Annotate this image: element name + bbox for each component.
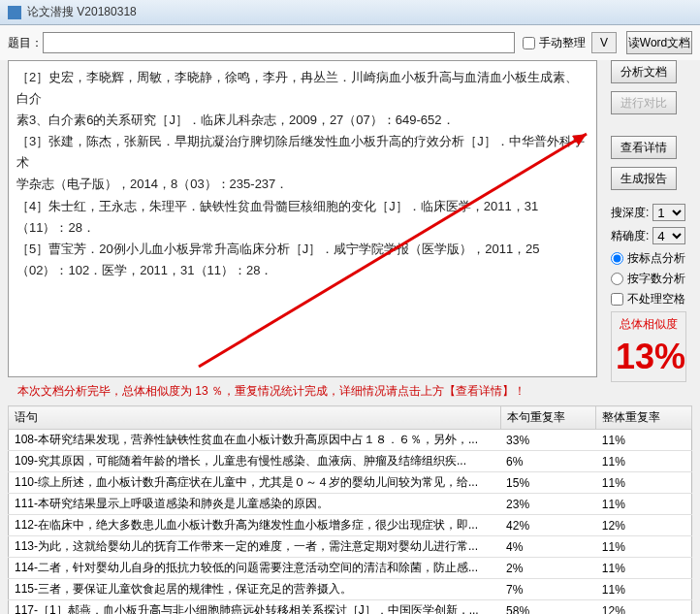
nospace-label: 不处理空格 (627, 291, 685, 307)
titlebar: 论文潜搜 V20180318 (0, 0, 700, 25)
result-textbox[interactable]: ［2］史宏，李晓辉，周敏，李晓静，徐鸣，李丹，冉丛兰．川崎病血小板升高与血清血小… (8, 60, 597, 377)
table-row[interactable]: 117-［1］郝燕．血小板升高与非小细胞肺癌远处转移相关系探讨［J］．中国医学创… (9, 600, 692, 615)
table-row[interactable]: 114-二者，针对婴幼儿自身的抵抗力较低的问题需要注意活动空间的清洁和除菌，防止… (9, 558, 692, 579)
similarity-box: 总体相似度 13% (611, 311, 686, 382)
punct-label: 按标点分析 (627, 250, 685, 267)
depth-select[interactable]: 1 (652, 204, 685, 221)
status-line: 本次文档分析完毕，总体相似度为 13 ％，重复情况统计完成，详细情况请点击上方【… (8, 377, 605, 405)
table-row[interactable]: 112-在临床中，绝大多数患儿血小板计数升高为继发性血小板增多症，很少出现症状，… (9, 515, 692, 536)
analyze-button[interactable]: 分析文档 (611, 60, 677, 83)
similarity-label: 总体相似度 (616, 316, 682, 333)
col-overall-rate[interactable]: 整体重复率 (596, 406, 692, 430)
v-button[interactable]: V (591, 32, 617, 53)
title-label: 题目： (8, 35, 43, 51)
accuracy-select[interactable]: 4 (652, 227, 685, 244)
nospace-checkbox[interactable] (611, 293, 623, 306)
charcount-radio[interactable] (611, 273, 623, 285)
app-title: 论文潜搜 V20180318 (27, 4, 137, 20)
col-sentence[interactable]: 语句 (9, 406, 501, 430)
right-panel: 分析文档 进行对比 查看详情 生成报告 搜深度: 1 精确度: 4 按标点分析 … (611, 60, 692, 405)
table-row[interactable]: 115-三者，要保证儿童饮食起居的规律性，保证充足的营养摄入。7%11% (9, 579, 692, 600)
punct-radio[interactable] (611, 252, 623, 265)
table-row[interactable]: 108-本研究结果发现，营养性缺铁性贫血在血小板计数升高原因中占１８．６％，另外… (9, 430, 692, 451)
top-row: 题目： 手动整理 V 读Word文档 (0, 25, 700, 60)
details-button[interactable]: 查看详情 (611, 136, 677, 159)
results-table[interactable]: 语句 本句重复率 整体重复率 108-本研究结果发现，营养性缺铁性贫血在血小板计… (8, 405, 692, 614)
textbox-line: ［2］史宏，李晓辉，周敏，李晓静，徐鸣，李丹，冉丛兰．川崎病血小板升高与血清血小… (16, 67, 589, 110)
table-row[interactable]: 110-综上所述，血小板计数升高症状在儿童中，尤其是０～４岁的婴幼儿间较为常见，… (9, 472, 692, 494)
table-row[interactable]: 111-本研究结果显示上呼吸道感染和肺炎是儿童感染的原因。23%11% (9, 494, 692, 515)
similarity-value: 13% (616, 337, 682, 377)
col-sentence-rate[interactable]: 本句重复率 (500, 406, 596, 430)
title-input[interactable] (43, 32, 515, 53)
accuracy-label: 精确度: (611, 228, 649, 244)
svg-line-0 (199, 134, 587, 367)
charcount-label: 按字数分析 (627, 271, 685, 287)
compare-button: 进行对比 (611, 91, 677, 114)
arrow-annotation (189, 124, 596, 376)
read-word-button[interactable]: 读Word文档 (626, 31, 692, 54)
depth-label: 搜深度: (611, 205, 649, 221)
manual-label: 手动整理 (539, 35, 586, 51)
manual-checkbox[interactable] (523, 37, 535, 49)
table-row[interactable]: 109-究其原因，可能随着年龄的增长，儿童患有慢性感染、血液病、肿瘤及结缔组织疾… (9, 451, 692, 472)
app-icon (8, 6, 21, 19)
report-button[interactable]: 生成报告 (611, 167, 677, 190)
table-row[interactable]: 113-为此，这就给婴幼儿的抚育工作带来一定的难度，一者，需注意定期对婴幼儿进行… (9, 536, 692, 558)
